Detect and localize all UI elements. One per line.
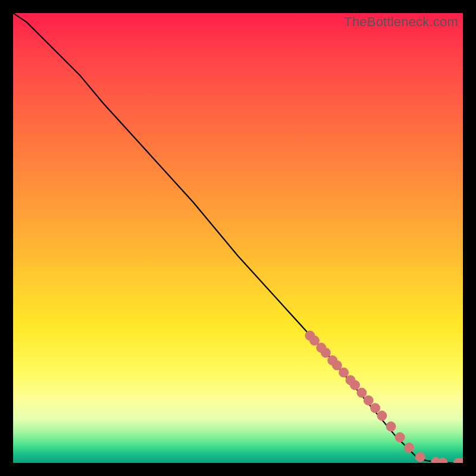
marker-group bbox=[305, 331, 463, 463]
marker-dot bbox=[321, 348, 330, 358]
marker-dot bbox=[377, 411, 387, 421]
marker-dot bbox=[310, 336, 320, 345]
marker-dot bbox=[386, 422, 396, 431]
marker-dot bbox=[357, 388, 367, 397]
marker-dot bbox=[350, 380, 360, 390]
marker-dot bbox=[364, 396, 373, 405]
overlay-svg bbox=[13, 13, 463, 463]
chart-frame: TheBottleneck.com bbox=[0, 0, 476, 476]
marker-dot bbox=[371, 403, 380, 413]
curve-line bbox=[13, 13, 463, 463]
marker-dot bbox=[404, 443, 414, 452]
marker-dot bbox=[395, 433, 405, 442]
marker-dot bbox=[339, 368, 349, 377]
marker-dot bbox=[415, 452, 425, 462]
plot-area: TheBottleneck.com bbox=[13, 13, 463, 463]
marker-dot bbox=[332, 361, 342, 370]
